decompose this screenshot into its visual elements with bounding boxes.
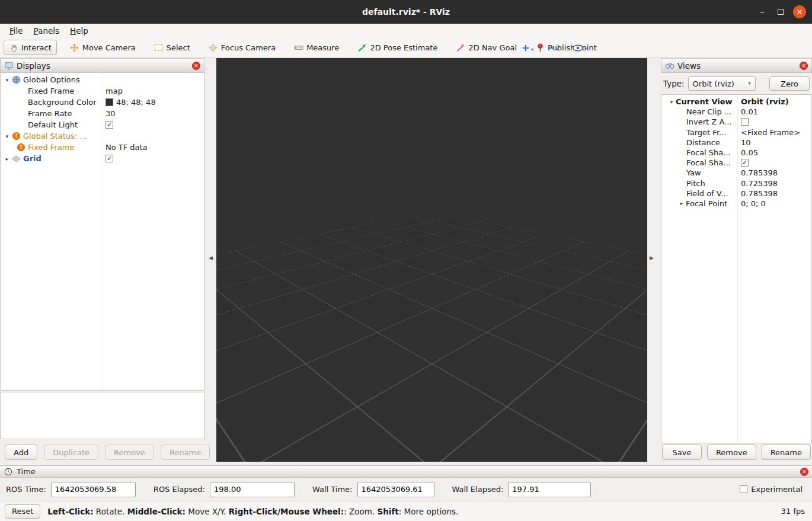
fps-counter: 31 fps: [781, 507, 807, 516]
view-row-target-frame[interactable]: Target Fr... <Fixed Frame>: [661, 127, 811, 138]
tree-label: Fixed Frame: [28, 87, 74, 95]
views-close-icon[interactable]: ✕: [800, 62, 808, 70]
splitter-collapse-left-icon[interactable]: ◀: [209, 255, 213, 261]
view-value[interactable]: 0.785398: [741, 168, 778, 177]
toolbar: Interact Move Camera Select Focus Camera…: [0, 37, 812, 58]
views-type-row: Type: Orbit (rviz) ▾ Zero: [661, 75, 812, 92]
checkbox-unchecked[interactable]: [740, 485, 747, 493]
ros-elapsed-input[interactable]: [210, 482, 295, 497]
add-tool-button[interactable]: ▾: [519, 42, 536, 54]
tool-visibility-button[interactable]: ▾: [570, 43, 589, 53]
menu-help[interactable]: Help: [65, 25, 94, 37]
tree-label: Default Light: [28, 120, 78, 129]
tool-move-camera[interactable]: Move Camera: [65, 40, 141, 55]
chevron-down-icon: ▾: [531, 47, 533, 52]
view-value[interactable]: 0.01: [741, 107, 758, 116]
view-label: Near Clip ...: [686, 107, 731, 116]
time-fields: ROS Time: ROS Elapsed: Wall Time: Wall E…: [0, 478, 812, 501]
tree-label: Frame Rate: [28, 109, 72, 118]
tool-2d-pose-estimate[interactable]: 2D Pose Estimate: [352, 40, 443, 55]
tree-row-fixed-frame[interactable]: Fixed Frame map: [1, 85, 204, 97]
checkbox-checked[interactable]: ✓: [741, 159, 749, 167]
view-value[interactable]: 0.725398: [741, 179, 778, 188]
wall-elapsed-input[interactable]: [508, 482, 591, 497]
view-row-near-clip[interactable]: Near Clip ... 0.01: [661, 107, 811, 117]
view-row-focal-shape-size[interactable]: Focal Sha... 0.05: [661, 148, 811, 158]
tree-row-global-options[interactable]: ▾ Global Options: [1, 74, 204, 85]
expander-closed-icon[interactable]: ▸: [677, 200, 686, 206]
render-view-3d[interactable]: [216, 58, 647, 462]
view-row-focal-point[interactable]: ▸Focal Point 0; 0; 0: [661, 199, 811, 209]
tree-row-global-status[interactable]: ▾ ! Global Status: ...: [1, 130, 204, 142]
tree-row-grid[interactable]: ▸ Grid ✓: [1, 153, 204, 164]
property-value[interactable]: map: [106, 87, 123, 95]
expander-open-icon[interactable]: ▾: [3, 133, 11, 139]
property-value[interactable]: 30: [106, 109, 116, 118]
duplicate-button[interactable]: Duplicate: [44, 445, 98, 460]
view-row-distance[interactable]: Distance 10: [661, 138, 811, 148]
experimental-toggle[interactable]: Experimental: [740, 485, 803, 494]
displays-close-icon[interactable]: ✕: [192, 62, 200, 70]
view-label: Focal Point: [686, 199, 727, 208]
view-row-focal-shape-fixed[interactable]: Focal Sha... ✓: [661, 158, 811, 168]
reset-button[interactable]: Reset: [5, 504, 40, 519]
tool-interact[interactable]: Interact: [4, 40, 57, 55]
minimize-icon[interactable]: –: [756, 7, 768, 17]
view-label: Focal Sha...: [686, 148, 731, 157]
add-button[interactable]: Add: [5, 445, 37, 460]
expander-open-icon[interactable]: ▾: [667, 99, 676, 105]
view-label: Pitch: [686, 179, 705, 188]
remove-tool-button[interactable]: ▾: [545, 42, 561, 54]
tool-select[interactable]: Select: [149, 40, 196, 55]
view-row-field-of-view[interactable]: Field of V... 0.785398: [661, 188, 811, 199]
view-label: Target Fr...: [686, 128, 726, 137]
measure-ruler-icon: [294, 43, 303, 52]
rename-button[interactable]: Rename: [161, 445, 210, 460]
color-swatch[interactable]: [106, 98, 113, 106]
view-row-invert-z[interactable]: Invert Z A...: [661, 117, 811, 127]
focus-camera-icon: [209, 43, 218, 52]
pose-estimate-arrow-icon: [357, 43, 367, 52]
wall-time-input[interactable]: [357, 482, 434, 497]
checkbox-checked[interactable]: ✓: [106, 155, 113, 162]
tool-focus-camera[interactable]: Focus Camera: [203, 40, 281, 55]
tree-row-background-color[interactable]: Background Color 48; 48; 48: [1, 97, 204, 108]
splitter-collapse-right-icon[interactable]: ▶: [650, 255, 654, 261]
view-row-current-view[interactable]: ▾Current View Orbit (rviz): [661, 97, 811, 107]
view-value[interactable]: 0.05: [741, 148, 758, 157]
property-value[interactable]: 48; 48; 48: [116, 98, 156, 107]
tree-row-default-light[interactable]: Default Light ✓: [1, 119, 204, 130]
tree-row-status-fixed-frame[interactable]: ! Fixed Frame No TF data: [1, 142, 204, 153]
time-panel-title: Time: [17, 467, 36, 476]
menu-file[interactable]: File: [5, 25, 29, 37]
checkbox-checked[interactable]: ✓: [106, 121, 113, 129]
view-value[interactable]: <Fixed Frame>: [741, 128, 800, 137]
save-button[interactable]: Save: [662, 445, 702, 460]
view-type-dropdown[interactable]: Orbit (rviz) ▾: [688, 76, 756, 91]
view-value[interactable]: 0; 0; 0: [741, 199, 766, 208]
tool-measure[interactable]: Measure: [289, 40, 344, 55]
expander-open-icon[interactable]: ▾: [3, 77, 11, 83]
view-type-value: Orbit (rviz): [693, 79, 734, 88]
tree-label: Grid: [23, 154, 41, 163]
window-controls: – ✕: [756, 0, 806, 24]
tool-2d-nav-goal[interactable]: 2D Nav Goal: [450, 40, 522, 55]
remove-view-button[interactable]: Remove: [707, 445, 756, 460]
view-row-pitch[interactable]: Pitch 0.725398: [661, 178, 811, 188]
displays-buttons: Add Duplicate Remove Rename: [0, 445, 204, 460]
ros-time-input[interactable]: [51, 482, 136, 497]
maximize-icon[interactable]: [778, 8, 784, 17]
view-value[interactable]: 10: [741, 138, 751, 147]
tree-row-frame-rate[interactable]: Frame Rate 30: [1, 108, 204, 119]
rename-view-button[interactable]: Rename: [762, 445, 811, 460]
time-close-icon[interactable]: ✕: [800, 468, 808, 476]
remove-button[interactable]: Remove: [105, 445, 154, 460]
expander-closed-icon[interactable]: ▸: [3, 156, 11, 162]
view-value[interactable]: 0.785398: [741, 189, 778, 198]
view-row-yaw[interactable]: Yaw 0.785398: [661, 168, 811, 178]
close-icon[interactable]: ✕: [793, 5, 806, 18]
ros-time-label: ROS Time:: [6, 485, 46, 494]
checkbox-unchecked[interactable]: [741, 118, 749, 126]
zero-button[interactable]: Zero: [769, 76, 810, 91]
menu-panels[interactable]: Panels: [29, 25, 65, 37]
